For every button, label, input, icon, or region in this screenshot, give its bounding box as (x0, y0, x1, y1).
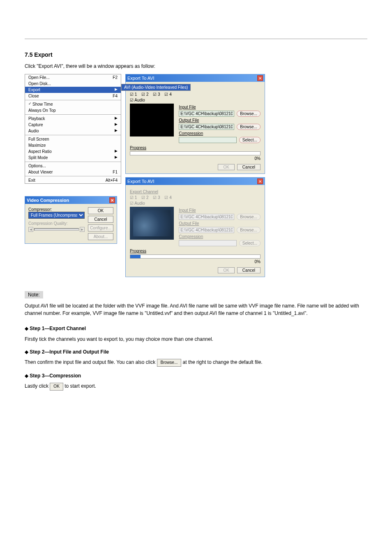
menu-item[interactable]: Full Screen (25, 136, 121, 142)
browse-button: Browse... (237, 227, 261, 233)
note-text: Output AVI file will be located at the f… (25, 303, 367, 317)
channel-checkbox[interactable]: ☑ 2 (141, 92, 148, 97)
section-heading: 7.5 Export (25, 51, 367, 58)
menu-item[interactable]: Export▶ (25, 87, 121, 93)
preview-panel (130, 104, 174, 136)
close-icon[interactable]: ✕ (257, 178, 263, 184)
cancel-button[interactable]: Cancel (237, 267, 261, 273)
step2-text: Then confirm the input file and output f… (25, 359, 367, 367)
ok-button-inline: OK (50, 383, 63, 391)
input-file-label: Input File (179, 105, 261, 109)
menu-item[interactable]: ExitAlt+F4 (25, 177, 121, 183)
menu-item[interactable]: Capture▶ (25, 122, 121, 128)
step3-text: Lastly click OK to start export. (25, 383, 367, 391)
menu-item[interactable]: Show Time (25, 101, 121, 107)
channel-checkbox[interactable]: ☑ 1 (130, 92, 137, 97)
compression-label: Compression (179, 234, 261, 239)
compressor-select[interactable]: Full Frames (Uncompressed) (28, 212, 85, 219)
ok-button: OK (218, 267, 234, 273)
intro-text: Click "Export AVI", there will be a wind… (25, 63, 367, 70)
channel-checkbox: ☑ 2 (141, 195, 148, 200)
cancel-button[interactable]: Cancel (237, 164, 261, 170)
channel-checkbox-row: ☑ 1 ☑ 2 ☑ 3 ☑ 4 (130, 195, 261, 200)
configure-button: Configure... (88, 224, 113, 231)
slider-left-icon: ◄ (28, 227, 33, 232)
audio-checkbox[interactable]: ☑ Audio (130, 98, 261, 102)
page-header-rule (25, 16, 367, 39)
output-file-field (179, 227, 234, 233)
note-label: Note: (25, 291, 43, 298)
step1-heading: Step 1—Export Channel (30, 326, 86, 331)
browse-button[interactable]: Browse... (237, 111, 261, 117)
input-file-field[interactable] (179, 111, 234, 117)
browse-button[interactable]: Browse... (237, 124, 261, 130)
channel-checkbox-row: ☑ 1 ☑ 2 ☑ 3 ☑ 4 (130, 92, 261, 97)
step3-heading: Step 3—Compression (30, 373, 81, 379)
channel-checkbox: ☑ 1 (130, 195, 137, 200)
about-button: About... (88, 233, 113, 240)
progress-percent: 0% (130, 156, 261, 161)
output-file-label: Output File (179, 118, 261, 123)
context-menu: Open File...F2Open Disk...Export▶CloseF4… (25, 74, 121, 184)
menu-item[interactable]: Options... (25, 163, 121, 169)
video-compression-dialog: Video Compression ✕ Compressor: Full Fra… (25, 196, 117, 244)
menu-item[interactable]: CloseF4 (25, 93, 121, 99)
compression-field[interactable] (179, 137, 237, 143)
audio-checkbox: ☑ Audio (130, 201, 261, 206)
step1-text: Firstly tick the channels you want to ex… (25, 336, 367, 343)
progress-percent: 0% (130, 259, 261, 264)
export-avi-dialog-running: Export To AVI ✕ Export Channel ☑ 1 ☑ 2 ☑… (125, 177, 265, 277)
slider-right-icon: ► (80, 227, 85, 232)
compression-quality-label: Compression Quality: (28, 221, 85, 226)
channel-checkbox[interactable]: ☑ 4 (164, 92, 171, 97)
channel-checkbox[interactable]: ☑ 3 (153, 92, 160, 97)
compressor-label: Compressor: (28, 207, 85, 212)
menu-item[interactable]: Playback▶ (25, 116, 121, 122)
dialog-title: Export To AVI (127, 76, 154, 81)
close-icon[interactable]: ✕ (109, 197, 115, 203)
menu-item[interactable]: Audio▶ (25, 128, 121, 134)
video-compression-title: Video Compression (27, 198, 69, 203)
step2-heading: Step 2—Input File and Output File (30, 349, 109, 355)
menu-item[interactable]: Open File...F2 (25, 74, 121, 81)
ok-button[interactable]: OK (88, 207, 113, 214)
menu-item[interactable]: Always On Top (25, 107, 121, 113)
compression-quality-slider: ◄ ► (28, 227, 85, 232)
channel-checkbox: ☑ 3 (153, 195, 160, 200)
menu-item[interactable]: About ViewerF1 (25, 169, 121, 175)
export-channel-label: Export Channel (130, 190, 261, 194)
compression-label: Compression (179, 131, 261, 136)
input-file-field (179, 214, 234, 220)
browse-button-inline: Browse... (157, 359, 182, 367)
menu-item[interactable]: Maximize (25, 142, 121, 148)
menu-item[interactable]: Split Mode▶ (25, 155, 121, 161)
input-file-label: Input File (179, 208, 261, 213)
preview-panel (130, 207, 174, 240)
channel-checkbox: ☑ 4 (164, 195, 171, 200)
select-button: Select... (239, 240, 261, 246)
progress-bar (130, 254, 261, 259)
dialog-title: Export To AVI (127, 179, 154, 184)
progress-bar (130, 151, 261, 155)
output-file-label: Output File (179, 221, 261, 226)
cancel-button[interactable]: Cancel (88, 216, 113, 223)
menu-item[interactable]: Open Disk... (25, 81, 121, 87)
compression-field (179, 240, 237, 246)
progress-label: Progress (130, 249, 261, 253)
menu-item[interactable]: Aspect Ratio▶ (25, 148, 121, 155)
browse-button: Browse... (237, 214, 261, 220)
output-file-field[interactable] (179, 124, 234, 130)
ok-button: OK (218, 164, 234, 170)
select-button[interactable]: Select... (239, 137, 261, 143)
progress-label: Progress (130, 146, 261, 150)
context-menu-flyout[interactable]: AVI (Audio-Video Interleaved Files) (121, 84, 191, 91)
close-icon[interactable]: ✕ (257, 75, 263, 81)
